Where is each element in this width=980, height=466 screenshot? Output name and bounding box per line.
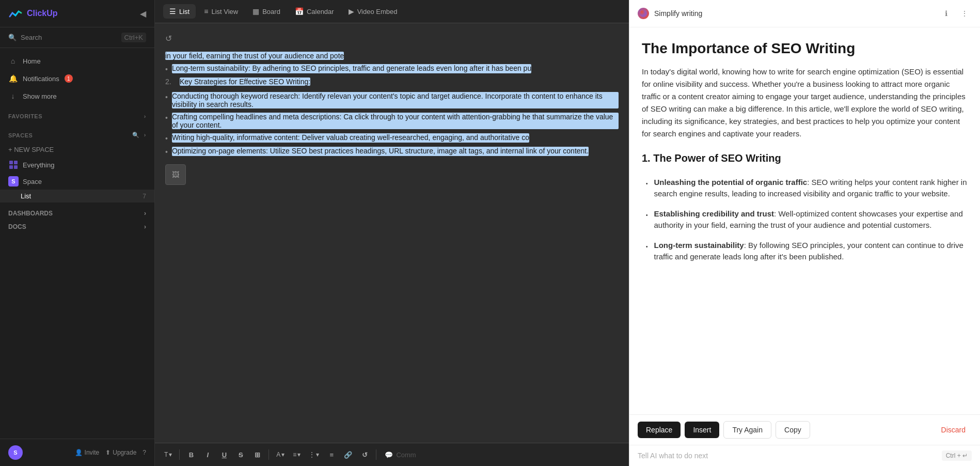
ai-main-title: The Importance of SEO Writing <box>642 40 968 57</box>
search-shortcut: Ctrl+K <box>121 33 146 42</box>
color-dropdown[interactable]: A ▾ <box>273 449 288 460</box>
align-dropdown[interactable]: ≡ ▾ <box>290 449 304 460</box>
toolbar-separator-3 <box>376 449 376 460</box>
favorites-label: FAVORITES <box>8 113 42 119</box>
docs-section-header[interactable]: DOCS › <box>0 220 154 234</box>
bullet-2-text: Conducting thorough keyword research: Id… <box>172 92 619 108</box>
bold-button[interactable]: B <box>184 447 198 462</box>
list-item: • Long-term sustainability: By adhering … <box>165 62 619 75</box>
list-dropdown[interactable]: ⋮ ▾ <box>306 449 322 460</box>
undo-button[interactable]: ↺ <box>357 447 372 462</box>
replace-button[interactable]: Replace <box>638 422 681 438</box>
list-chevron: ▾ <box>316 451 319 458</box>
upgrade-label: Upgrade <box>113 449 136 456</box>
ai-action-buttons: Replace Insert Try Again Copy Discard <box>629 415 980 445</box>
align-icon: ≡ <box>293 451 296 458</box>
invite-button[interactable]: 👤 Invite <box>75 449 100 456</box>
refresh-button[interactable]: ↺ <box>165 34 172 43</box>
dashboards-section-header[interactable]: DASHBOARDS › <box>0 207 154 220</box>
tab-calendar[interactable]: 📅 Calendar <box>289 4 340 19</box>
numbered-text: Key Strategies for Effective SEO Writing… <box>180 77 310 86</box>
bullet-5-text: Optimizing on-page elements: Utilize SEO… <box>172 147 589 156</box>
tab-video-embed-label: Video Embed <box>357 8 398 15</box>
number-label: 2. <box>165 77 176 86</box>
favorites-expand-icon: › <box>144 113 146 119</box>
sidebar-item-show-more[interactable]: ↓ Show more <box>0 87 154 105</box>
list-item: • Writing high-quality, informative cont… <box>165 131 619 145</box>
tab-board[interactable]: ▦ Board <box>246 4 287 19</box>
new-space-button[interactable]: + NEW SPACE <box>0 143 154 157</box>
bullet-list: • Long-term sustainability: By adhering … <box>165 62 619 75</box>
ai-bullet-2-bold: Establishing credibility and trust <box>654 209 774 218</box>
space-icon: S <box>8 176 19 187</box>
notification-badge: 1 <box>65 74 73 83</box>
discard-button[interactable]: Discard <box>935 422 972 438</box>
tab-calendar-label: Calendar <box>307 8 334 15</box>
sidebar-collapse-button[interactable]: ◀ <box>140 9 146 19</box>
calendar-tab-icon: 📅 <box>295 7 304 15</box>
svg-rect-2 <box>9 165 13 169</box>
help-button[interactable]: ? <box>143 449 146 456</box>
text-style-dropdown[interactable]: T ▾ <box>161 449 175 460</box>
insert-button[interactable]: Insert <box>685 422 719 438</box>
list-item-count: 7 <box>143 193 146 200</box>
spaces-section-header[interactable]: SPACES 🔍 › <box>0 128 154 143</box>
ai-panel-footer: Replace Insert Try Again Copy Discard Ct… <box>629 414 980 466</box>
tab-video-embed[interactable]: ▶ Video Embed <box>342 4 404 19</box>
sidebar-item-space[interactable]: S Space <box>0 173 154 190</box>
favorites-section-header[interactable]: FAVORITES › <box>0 109 154 123</box>
tab-list-view-label: List View <box>211 8 238 15</box>
search-icon: 🔍 <box>8 34 17 41</box>
link-button[interactable]: 🔗 <box>341 447 355 462</box>
help-icon: ? <box>143 449 146 456</box>
bullet-dot: • <box>165 93 168 108</box>
svg-rect-3 <box>14 165 18 169</box>
tab-list-label: List <box>179 8 189 15</box>
text-style-chevron: ▾ <box>169 451 172 458</box>
color-chevron: ▾ <box>281 451 284 458</box>
tab-list[interactable]: ☰ List <box>163 4 196 19</box>
spaces-expand-icon[interactable]: › <box>144 132 146 138</box>
ai-section1-title: 1. The Power of SEO Writing <box>642 152 968 164</box>
upgrade-button[interactable]: ⬆ Upgrade <box>105 449 136 456</box>
tab-list-view[interactable]: ≡ List View <box>198 4 244 19</box>
comment-area[interactable]: 💬 Comm <box>381 449 623 461</box>
list-item: • Crafting compelling headlines and meta… <box>165 111 619 131</box>
search-bar[interactable]: 🔍 Search Ctrl+K <box>0 27 154 48</box>
sidebar-item-notifications[interactable]: 🔔 Notifications 1 <box>0 70 154 87</box>
ai-prompt-input[interactable] <box>638 452 938 460</box>
table-button[interactable]: ⊞ <box>250 447 264 462</box>
sidebar-item-home[interactable]: ⌂ Home <box>0 52 154 70</box>
bullet-dot: • <box>165 114 168 129</box>
comment-icon: 💬 <box>385 451 393 459</box>
underline-button[interactable]: U <box>217 447 231 462</box>
svg-rect-0 <box>9 161 13 164</box>
menu-icon: ⋮ <box>961 9 968 18</box>
color-icon: A <box>276 451 280 458</box>
ai-info-button[interactable]: ℹ <box>939 6 953 21</box>
italic-button[interactable]: I <box>200 447 215 462</box>
bullet-1-text: Long-term sustainability: By adhering to… <box>172 64 531 73</box>
ai-list-item: • Establishing credibility and trust: We… <box>646 204 968 236</box>
logo-area: ClickUp <box>8 6 58 21</box>
sidebar-item-list[interactable]: List 7 <box>0 190 154 203</box>
sidebar-item-notifications-label: Notifications <box>23 75 59 83</box>
ai-bullet-2-text: Establishing credibility and trust: Well… <box>654 208 968 231</box>
sidebar-item-everything[interactable]: Everything <box>0 157 154 173</box>
align-chevron: ▾ <box>297 451 301 458</box>
ai-logo-icon <box>638 8 649 19</box>
ai-bullet-1-text: Unleashing the potential of organic traf… <box>654 177 968 200</box>
bullet-3-text: Crafting compelling headlines and meta d… <box>172 113 619 129</box>
copy-button[interactable]: Copy <box>776 421 810 439</box>
strikethrough-button[interactable]: S <box>233 447 248 462</box>
ai-header-actions: ℹ ⋮ <box>939 6 972 21</box>
spaces-search-icon[interactable]: 🔍 <box>132 132 140 138</box>
outdent-button[interactable]: ≡ <box>324 447 339 462</box>
list-view-tab-icon: ≡ <box>204 7 208 15</box>
board-tab-icon: ▦ <box>252 7 259 15</box>
ai-menu-button[interactable]: ⋮ <box>957 6 972 21</box>
try-again-button[interactable]: Try Again <box>723 421 771 439</box>
docs-label: DOCS <box>8 223 26 230</box>
intro-line: in your field, earning the trust of your… <box>165 50 619 62</box>
editor-area[interactable]: ↺ in your field, earning the trust of yo… <box>155 23 629 443</box>
